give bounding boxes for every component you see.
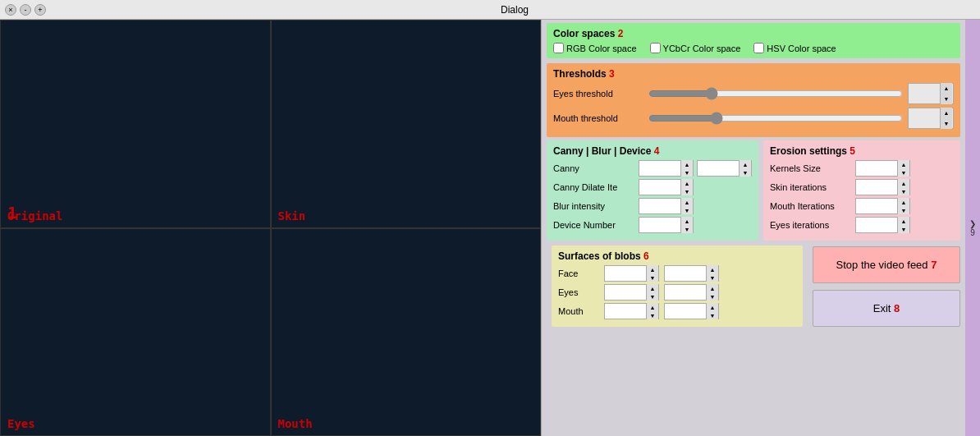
hsv-checkbox-label[interactable]: HSV Color space <box>753 43 836 53</box>
canny-val2-up[interactable]: ▲ <box>740 160 751 168</box>
blob-row-face: Face 3500 ▲ ▼ 999999 ▲ ▼ <box>558 265 796 282</box>
mouth-threshold-input[interactable]: 100 <box>909 108 940 128</box>
skin-iter-down[interactable]: ▼ <box>898 187 909 195</box>
face-val1-up[interactable]: ▲ <box>647 265 658 273</box>
device-spinbox[interactable]: 0 ▲ ▼ <box>639 217 694 233</box>
eyes-threshold-up[interactable]: ▲ <box>941 83 952 94</box>
stop-button[interactable]: Stop the video feed 7 <box>813 246 960 283</box>
mouth-val2-down[interactable]: ▼ <box>707 311 718 319</box>
canny-row-canny: Canny 250 ▲ ▼ 320 ▲ ▼ <box>553 160 752 177</box>
skin-iter-up[interactable]: ▲ <box>898 179 909 187</box>
mouth-threshold-label: Mouth threshold <box>553 113 643 123</box>
canny-row-label-2: Blur intensity <box>553 201 635 211</box>
ycbcr-checkbox-label[interactable]: YCbCr Color space <box>650 43 741 53</box>
exit-button[interactable]: Exit 8 <box>813 290 960 327</box>
blur-down[interactable]: ▼ <box>681 206 693 214</box>
canny-val1-down[interactable]: ▼ <box>681 168 693 177</box>
face-val1-down[interactable]: ▼ <box>647 273 658 282</box>
scroll-arrow: ❯ <box>969 219 976 228</box>
maximize-button[interactable]: + <box>34 4 46 16</box>
blobs-title: Surfaces of blobs <box>558 250 641 262</box>
erosion-title: Erosion settings <box>770 145 847 157</box>
erosion-label-3: Eyes iterations <box>770 220 852 230</box>
face-val2-up[interactable]: ▲ <box>707 265 718 273</box>
canny-val1-spinbox[interactable]: 250 ▲ ▼ <box>639 160 694 177</box>
panel-label-skin: Skin <box>278 209 306 223</box>
eyes-iter-spinbox[interactable]: 1 ▲ ▼ <box>855 217 910 233</box>
face-val2-input[interactable]: 999999 <box>665 266 706 281</box>
mouth-val2-up[interactable]: ▲ <box>707 303 718 311</box>
erosion-row-eyes: Eyes iterations 1 ▲ ▼ <box>770 217 954 233</box>
kernels-down[interactable]: ▼ <box>898 168 909 177</box>
blur-up[interactable]: ▲ <box>681 198 693 206</box>
mouth-threshold-slider[interactable] <box>648 112 903 124</box>
face-val1-spinbox[interactable]: 3500 ▲ ▼ <box>604 265 659 282</box>
mouth-iter-down[interactable]: ▼ <box>898 206 909 214</box>
mouth-val1-spinbox[interactable]: 100 ▲ ▼ <box>604 303 659 319</box>
device-down[interactable]: ▼ <box>681 225 693 233</box>
rgb-checkbox[interactable] <box>553 43 564 53</box>
scroll-indicator[interactable]: ❯ 9 <box>965 20 980 436</box>
eyes-threshold-input[interactable]: 100 <box>909 84 940 103</box>
mouth-threshold-up[interactable]: ▲ <box>941 108 952 118</box>
canny-val2-input[interactable]: 320 <box>698 161 739 176</box>
face-val2-spinbox[interactable]: 999999 ▲ ▼ <box>664 265 719 282</box>
eyes-val1-input[interactable]: 50 <box>605 285 646 300</box>
eyes-iter-input[interactable]: 1 <box>856 218 897 232</box>
dilate-input[interactable]: 1 <box>639 180 680 195</box>
erosion-row-kernels: Kernels Size 5 ▲ ▼ <box>770 160 954 177</box>
canny-val1-up[interactable]: ▲ <box>681 160 693 168</box>
kernels-up[interactable]: ▲ <box>898 160 909 168</box>
dilate-up[interactable]: ▲ <box>681 179 693 187</box>
eyes-val1-up[interactable]: ▲ <box>647 284 658 292</box>
close-button[interactable]: × <box>5 4 16 16</box>
eyes-threshold-down[interactable]: ▼ <box>941 94 952 104</box>
eyes-val1-spinbox[interactable]: 50 ▲ ▼ <box>604 284 659 301</box>
eyes-threshold-slider[interactable] <box>648 88 903 99</box>
mouth-iter-up[interactable]: ▲ <box>898 198 909 206</box>
device-input[interactable]: 0 <box>639 218 680 232</box>
minimize-button[interactable]: - <box>20 4 31 16</box>
kernels-input[interactable]: 5 <box>856 161 897 176</box>
skin-iter-spinbox[interactable]: 1 ▲ ▼ <box>855 179 910 195</box>
canny-val1-input[interactable]: 250 <box>639 161 680 176</box>
mouth-threshold-spinbox[interactable]: 100 ▲ ▼ <box>908 108 954 129</box>
mouth-val1-input[interactable]: 100 <box>605 304 646 319</box>
eyes-threshold-spinbox[interactable]: 100 ▲ ▼ <box>908 83 954 104</box>
rgb-checkbox-label[interactable]: RGB Color space <box>553 43 637 53</box>
canny-val2-spinbox[interactable]: 320 ▲ ▼ <box>697 160 752 177</box>
hsv-checkbox[interactable] <box>753 43 764 53</box>
eyes-val1-down[interactable]: ▼ <box>647 292 658 301</box>
blob-row-mouth: Mouth 100 ▲ ▼ 300 ▲ ▼ <box>558 303 796 319</box>
dilate-down[interactable]: ▼ <box>681 187 693 195</box>
mouth-iter-input[interactable]: 1 <box>856 199 897 213</box>
exit-label: Exit <box>873 302 891 314</box>
eyes-val2-spinbox[interactable]: 200 ▲ ▼ <box>664 284 719 301</box>
skin-iter-input[interactable]: 1 <box>856 180 897 195</box>
blobs-number: 6 <box>643 250 649 262</box>
face-val1-input[interactable]: 3500 <box>605 266 646 281</box>
mouth-val2-input[interactable]: 300 <box>665 304 706 319</box>
eyes-val2-down[interactable]: ▼ <box>707 292 718 301</box>
canny-val2-down[interactable]: ▼ <box>740 168 751 177</box>
eyes-val2-input[interactable]: 200 <box>665 285 706 300</box>
mouth-threshold-down[interactable]: ▼ <box>941 118 952 129</box>
eyes-iter-down[interactable]: ▼ <box>898 225 909 233</box>
canny-row-blur: Blur intensity 3 ▲ ▼ <box>553 198 752 214</box>
eyes-iter-up[interactable]: ▲ <box>898 217 909 225</box>
blur-input[interactable]: 3 <box>639 199 680 213</box>
mouth-val1-up[interactable]: ▲ <box>647 303 658 311</box>
mouth-val2-spinbox[interactable]: 300 ▲ ▼ <box>664 303 719 319</box>
mouth-val1-down[interactable]: ▼ <box>647 311 658 319</box>
eyes-val2-up[interactable]: ▲ <box>707 284 718 292</box>
ycbcr-checkbox[interactable] <box>650 43 661 53</box>
mouth-iter-spinbox[interactable]: 1 ▲ ▼ <box>855 198 910 214</box>
blur-spinbox[interactable]: 3 ▲ ▼ <box>639 198 694 214</box>
device-up[interactable]: ▲ <box>681 217 693 225</box>
thresholds-title: Thresholds <box>553 68 607 80</box>
dilate-spinbox[interactable]: 1 ▲ ▼ <box>639 179 694 195</box>
face-val2-down[interactable]: ▼ <box>707 273 718 282</box>
color-spaces-number: 2 <box>618 28 624 39</box>
kernels-spinbox[interactable]: 5 ▲ ▼ <box>855 160 910 177</box>
ycbcr-label: YCbCr Color space <box>663 44 741 53</box>
